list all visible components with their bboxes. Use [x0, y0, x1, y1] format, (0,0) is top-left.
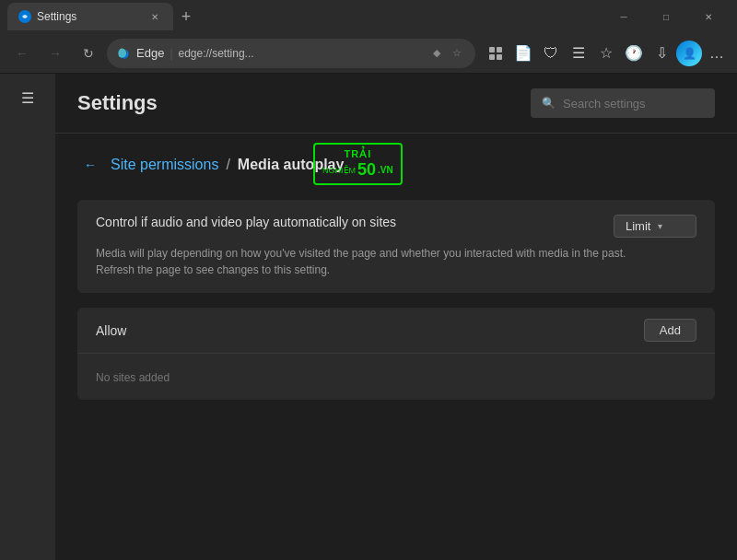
favorites-icon[interactable]: ☆ [448, 44, 466, 63]
allow-section-body: No sites added [77, 354, 715, 400]
settings-more-button[interactable]: … [704, 41, 730, 66]
main-content: Settings 🔍 ← Site permissions / Media au… [55, 74, 737, 560]
collections-icon[interactable]: 📄 [510, 41, 536, 66]
url-separator: | [170, 47, 172, 60]
back-button[interactable]: ← [7, 39, 37, 68]
address-icons: ◆ ☆ [427, 44, 466, 63]
page-content: ← Site permissions / Media autoplay Cont… [55, 134, 737, 560]
history-icon[interactable]: 🕐 [621, 41, 647, 66]
settings-title: Settings [77, 91, 158, 115]
address-bar[interactable]: Edge | edge://setting... ◆ ☆ [107, 39, 475, 68]
dropdown-value-label: Limit [626, 219, 650, 233]
svg-rect-2 [497, 47, 502, 52]
breadcrumb-separator: / [226, 157, 229, 173]
maximize-button[interactable]: □ [645, 0, 687, 33]
window-controls: ─ □ ✕ [602, 0, 730, 33]
extensions-icon[interactable] [483, 41, 509, 66]
url-text: edge://setting... [179, 47, 423, 60]
search-settings-box[interactable]: 🔍 [531, 88, 715, 118]
toolbar-icons: 📄 🛡 ☰ ☆ 🕐 ⇩ 👤 … [483, 41, 730, 66]
breadcrumb-back-button[interactable]: ← [77, 152, 103, 178]
sidebar-menu-button[interactable]: ☰ [11, 81, 44, 114]
svg-rect-4 [497, 54, 502, 60]
sidebar-icon[interactable]: ☰ [566, 41, 591, 66]
close-button[interactable]: ✕ [687, 0, 730, 33]
breadcrumb-current-page: Media autoplay [238, 157, 345, 173]
no-sites-label: No sites added [96, 371, 170, 384]
browser-essentials-icon[interactable]: 🛡 [538, 41, 564, 66]
forward-button[interactable]: → [41, 39, 70, 68]
allow-section: Allow Add No sites added [77, 308, 715, 400]
settings-header: Settings 🔍 [55, 74, 737, 134]
new-tab-button[interactable]: + [173, 4, 199, 29]
autoplay-limit-dropdown[interactable]: Limit ▾ [614, 215, 696, 238]
profile-button[interactable]: 👤 [676, 41, 702, 66]
nav-bar: ← → ↻ Edge | edge://setting... ◆ ☆ 📄 🛡 ☰… [0, 33, 737, 74]
active-tab[interactable]: Settings ✕ [7, 3, 173, 30]
card-top-row: Control if audio and video play automati… [96, 215, 696, 238]
settings-container: ☰ Settings 🔍 ← Site permissions / Media … [0, 74, 737, 560]
search-icon: 🔍 [542, 97, 556, 110]
tab-close-button[interactable]: ✕ [147, 9, 162, 24]
add-site-button[interactable]: Add [644, 319, 696, 342]
breadcrumb-parent-link[interactable]: Site permissions [111, 157, 218, 173]
autoplay-control-card: Control if audio and video play automati… [77, 200, 715, 293]
refresh-button[interactable]: ↻ [74, 39, 103, 68]
permissions-icon[interactable]: ◆ [427, 44, 446, 63]
favorites-toolbar-icon[interactable]: ☆ [593, 41, 619, 66]
dropdown-chevron-icon: ▾ [658, 221, 662, 231]
tab-title: Settings [37, 10, 76, 23]
svg-rect-3 [489, 54, 495, 60]
edge-brand-label: Edge [136, 46, 164, 60]
title-bar: Settings ✕ + ─ □ ✕ [0, 0, 737, 33]
autoplay-control-description: Media will play depending on how you've … [96, 245, 630, 278]
tab-area: Settings ✕ + [7, 3, 602, 30]
sidebar: ☰ [0, 74, 55, 560]
edge-logo [116, 46, 131, 61]
svg-rect-1 [489, 47, 495, 52]
tab-favicon [18, 10, 31, 23]
breadcrumb: ← Site permissions / Media autoplay [77, 152, 715, 178]
autoplay-control-title: Control if audio and video play automati… [96, 215, 396, 229]
search-settings-input[interactable] [563, 97, 718, 111]
downloads-icon[interactable]: ⇩ [649, 41, 674, 66]
minimize-button[interactable]: ─ [602, 0, 645, 33]
allow-section-title: Allow [96, 323, 126, 338]
allow-section-header: Allow Add [77, 308, 715, 354]
